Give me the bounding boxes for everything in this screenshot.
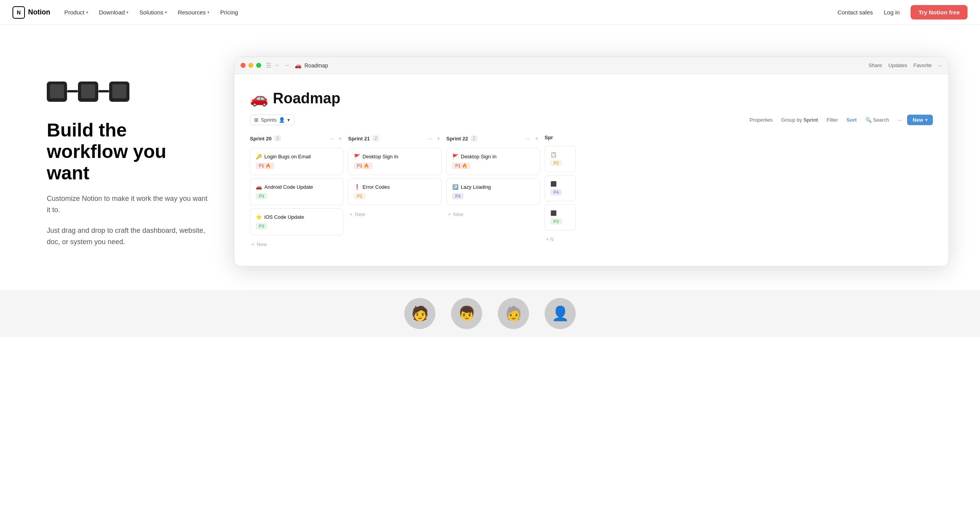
people-icon: 👤 <box>279 117 285 123</box>
partial-card-3[interactable]: ⬛ P3 <box>545 204 576 230</box>
add-new-partial[interactable]: + N <box>545 234 576 245</box>
sort-button[interactable]: Sort <box>844 115 860 124</box>
column-count: 2 <box>372 135 380 142</box>
card-emoji: ↗️ <box>452 184 458 190</box>
favorite-button[interactable]: Favorite <box>913 62 932 68</box>
column-title: Spr <box>545 135 553 140</box>
column-add-button[interactable]: + <box>337 135 343 142</box>
group-by-button[interactable]: Group by Sprint <box>778 115 821 124</box>
toolbar-right: Properties Group by Sprint Filter Sort 🔍… <box>746 115 933 125</box>
nav-link-download[interactable]: Download ▾ <box>94 6 133 19</box>
column-add-button[interactable]: + <box>435 135 442 142</box>
kanban-board: Sprint 20 3 ··· + 🔑 Login Bugs on Ema <box>250 133 933 250</box>
traffic-lights <box>241 63 261 68</box>
chevron-down-icon: ▾ <box>126 10 128 14</box>
properties-button[interactable]: Properties <box>746 115 776 124</box>
card-tags: P2 <box>354 193 436 199</box>
bottom-teaser: 🧑 👦 🧓 👤 <box>0 290 980 337</box>
card-login-bugs[interactable]: 🔑 Login Bugs on Email P1 🔥 <box>250 148 343 175</box>
partial-card-1[interactable]: 📋 P2 <box>545 146 576 172</box>
column-options-button[interactable]: ··· <box>328 135 336 142</box>
nav-link-resources[interactable]: Resources ▾ <box>173 6 214 19</box>
column-options-button[interactable]: ··· <box>524 135 532 142</box>
nav-link-solutions[interactable]: Solutions ▾ <box>134 6 172 19</box>
search-button[interactable]: 🔍 Search <box>862 115 892 124</box>
add-new-sprint22[interactable]: + New <box>446 208 540 220</box>
window-title-bar: 🚗 Roadmap <box>295 62 328 69</box>
column-options-button[interactable]: ··· <box>426 135 434 142</box>
card-tags: P4 <box>452 193 534 199</box>
notion-app-window: ☰ ← → 🚗 Roadmap Share Updates Favorite ·… <box>234 57 949 266</box>
card-desktop-signin-21[interactable]: 🚩 Desktop Sign In P1 🔥 <box>348 148 442 175</box>
login-link[interactable]: Log in <box>879 6 904 19</box>
card-emoji: 🔑 <box>256 154 262 159</box>
close-button[interactable] <box>241 63 246 68</box>
add-new-sprint21[interactable]: + New <box>348 208 442 220</box>
column-add-button[interactable]: + <box>534 135 540 142</box>
nav-links: Product ▾ Download ▾ Solutions ▾ Resourc… <box>60 6 243 19</box>
share-button[interactable]: Share <box>869 62 882 68</box>
card-title: 🔑 Login Bugs on Email <box>256 154 338 159</box>
add-new-sprint20[interactable]: + New <box>250 238 343 250</box>
forward-icon[interactable]: → <box>284 62 290 69</box>
svg-rect-1 <box>50 84 64 98</box>
hero-title: Build the workflow you want <box>47 119 211 184</box>
contact-sales-link[interactable]: Contact sales <box>837 9 873 16</box>
priority-tag: P1 🔥 <box>354 163 372 169</box>
window-actions: Share Updates Favorite ··· <box>869 62 942 68</box>
avatar-2: 👦 <box>451 298 482 329</box>
column-actions: ··· + <box>328 135 343 142</box>
minimize-button[interactable] <box>248 63 253 68</box>
svg-rect-7 <box>112 84 126 98</box>
svg-rect-2 <box>67 90 78 92</box>
card-emoji: 🚩 <box>354 154 360 159</box>
priority-tag: P3 <box>256 193 267 199</box>
try-notion-free-button[interactable]: Try Notion free <box>911 5 968 19</box>
database-toolbar: ⊞ Sprints 👤 ▾ Properties Group by Sprint… <box>250 115 933 125</box>
card-desktop-signin-22[interactable]: 🚩 Desktop Sign In P1 🔥 <box>446 148 540 175</box>
card-ios-code[interactable]: ⭐ iOS Code Update P3 <box>250 208 343 235</box>
chevron-down-icon: ▾ <box>165 10 167 14</box>
page-title: 🚗 Roadmap <box>250 90 933 107</box>
nav-link-product[interactable]: Product ▾ <box>60 6 93 19</box>
card-tags: P1 🔥 <box>256 163 338 169</box>
new-record-button[interactable]: New ▾ <box>907 115 933 125</box>
filter-button[interactable]: Filter <box>824 115 841 124</box>
view-selector[interactable]: ⊞ Sprints 👤 ▾ <box>250 115 294 125</box>
nav-link-pricing[interactable]: Pricing <box>216 6 243 19</box>
navbar: N Notion Product ▾ Download ▾ Solutions … <box>0 0 980 25</box>
updates-button[interactable]: Updates <box>888 62 907 68</box>
window-nav-buttons: ☰ ← → <box>266 62 290 69</box>
window-page-title: Roadmap <box>304 62 328 69</box>
priority-tag: P3 <box>550 218 562 225</box>
cubes-illustration <box>47 76 140 107</box>
plus-icon: + <box>448 211 451 217</box>
page-title-emoji: 🚗 <box>250 90 268 107</box>
card-error-codes[interactable]: ❗ Error Codes P2 <box>348 178 442 205</box>
priority-tag: P1 🔥 <box>452 163 471 169</box>
partial-card-2[interactable]: ⬛ P4 <box>545 175 576 201</box>
hero-body: Just drag and drop to craft the dashboar… <box>47 225 211 248</box>
card-android-code[interactable]: 🚗 Android Code Update P3 <box>250 178 343 205</box>
avatar-1: 🧑 <box>404 298 435 329</box>
card-lazy-loading[interactable]: ↗️ Lazy Loading P4 <box>446 178 540 205</box>
board-column-sprint-partial: Spr 📋 P2 ⬛ P4 ⬛ P3 <box>545 133 576 250</box>
column-title: Sprint 22 <box>446 136 468 142</box>
page-content: 🚗 Roadmap ⊞ Sprints 👤 ▾ Properties <box>234 74 948 266</box>
card-emoji: ⭐ <box>256 214 262 220</box>
back-icon[interactable]: ← <box>274 62 281 69</box>
maximize-button[interactable] <box>256 63 261 68</box>
column-title: Sprint 21 <box>348 136 370 142</box>
search-icon: 🔍 <box>865 117 872 123</box>
svg-rect-4 <box>81 84 95 98</box>
column-header-sprint20: Sprint 20 3 ··· + <box>250 133 343 144</box>
more-actions-icon[interactable]: ··· <box>938 62 942 68</box>
column-header-partial: Spr <box>545 133 576 142</box>
priority-tag: P3 <box>256 223 267 229</box>
card-title: ⭐ iOS Code Update <box>256 214 338 220</box>
board-column-sprint21: Sprint 21 2 ··· + 🚩 Desktop Sign In <box>348 133 442 250</box>
page-emoji: 🚗 <box>295 62 301 69</box>
sidebar-toggle-icon[interactable]: ☰ <box>266 62 271 69</box>
more-options-button[interactable]: ··· <box>894 115 905 124</box>
nav-logo[interactable]: N Notion <box>12 6 50 19</box>
